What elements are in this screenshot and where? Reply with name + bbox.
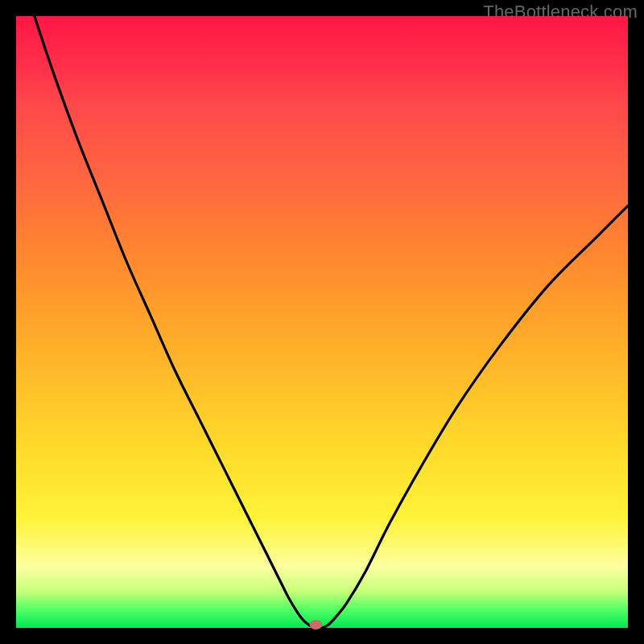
plot-area xyxy=(16,16,628,628)
bottleneck-curve xyxy=(35,16,628,628)
bottleneck-curve-svg xyxy=(16,16,628,628)
optimum-point-marker xyxy=(309,620,322,630)
chart-frame: TheBottleneck.com xyxy=(0,0,644,644)
